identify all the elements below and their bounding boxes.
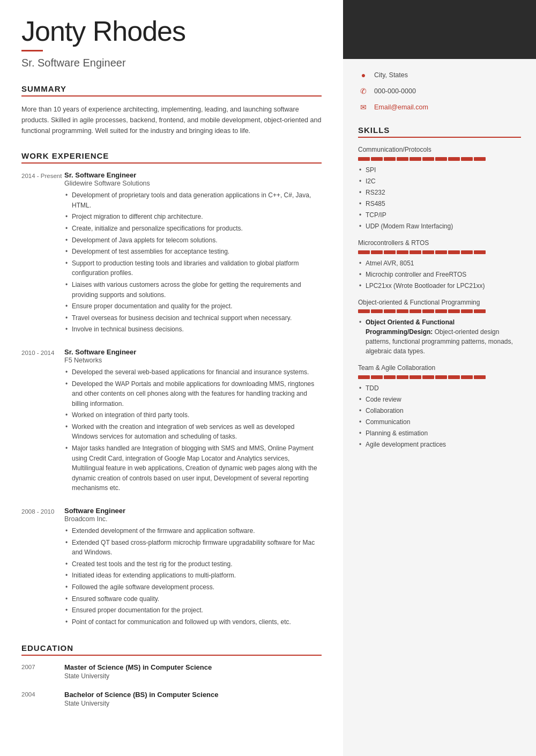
skill-bar-segment (435, 157, 447, 161)
right-content: ● City, States ✆ 000-000-0000 ✉ Email@em… (343, 59, 536, 468)
list-item: Support to production testing tools and … (64, 258, 322, 278)
list-item: Ensured software code quality. (64, 594, 322, 604)
skill-bar-segment (448, 157, 460, 161)
list-item: LPC21xx (Wrote Bootloader for LPC21xx) (358, 281, 521, 291)
skill-bar-segment (384, 250, 396, 254)
list-item: SPI (358, 165, 521, 175)
list-item: Travel overseas for business decision an… (64, 313, 322, 323)
list-item: Development of proprietary tools and dat… (64, 190, 322, 210)
skill-bar-segment (448, 250, 460, 254)
list-item: TCP/IP (358, 210, 521, 220)
list-item: Point of contact for communication and f… (64, 617, 322, 627)
skill-category-label: Team & Agile Collaboration (358, 364, 521, 373)
job-title: Software Engineer (64, 507, 322, 515)
skill-bar-segment (448, 309, 460, 313)
skill-bar-segment (384, 375, 396, 379)
list-item: Worked on integration of third party too… (64, 410, 322, 420)
skill-bar-segment (397, 375, 408, 379)
skill-bar-segment (397, 250, 408, 254)
list-item: I2C (358, 176, 521, 186)
contact-email: ✉ Email@email.com (358, 102, 521, 113)
phone-text: 000-000-0000 (374, 87, 416, 95)
job-company: Glidewire Software Solutions (64, 180, 322, 187)
job-company: Broadcom Inc. (64, 515, 322, 523)
edu-year: 2004 (21, 691, 64, 707)
summary-section-title: SUMMARY (21, 84, 322, 97)
skill-bar-segment (422, 309, 434, 313)
list-item: Liaises with various customers across th… (64, 280, 322, 300)
skill-list: Atmel AVR, 8051Microchip controller and … (358, 258, 521, 291)
skill-list: SPII2CRS232RS485TCP/IPUDP (Modem Raw Int… (358, 165, 521, 231)
skills-container: Communication/ProtocolsSPII2CRS232RS485T… (358, 145, 521, 449)
skill-bar-segment (371, 309, 383, 313)
list-item: Object Oriented & Functional Programming… (358, 317, 521, 356)
list-item: Development of Java applets for telecom … (64, 235, 322, 246)
skill-bar-segment (410, 157, 421, 161)
job-details: Sr. Software EngineerF5 NetworksDevelope… (64, 348, 322, 495)
candidate-title: Sr. Software Engineer (21, 57, 322, 69)
list-item: Development of test assemblies for accep… (64, 247, 322, 257)
skill-list: Object Oriented & Functional Programming… (358, 317, 521, 356)
skill-bar-segment (474, 157, 486, 161)
location-icon: ● (358, 70, 369, 80)
list-item: Planning & estimation (358, 428, 521, 438)
list-item: Extended QT based cross-platform microch… (64, 538, 322, 558)
edu-degree: Bachelor of Science (BS) in Computer Sci… (64, 691, 322, 699)
list-item: Followed the agile software development … (64, 582, 322, 592)
list-item: UDP (Modem Raw Interfacing) (358, 221, 521, 231)
edu-details: Master of Science (MS) in Computer Scien… (64, 663, 322, 680)
skill-bar-segment (410, 375, 421, 379)
edu-entry: 2007Master of Science (MS) in Computer S… (21, 663, 322, 680)
edu-entry: 2004Bachelor of Science (BS) in Computer… (21, 691, 322, 707)
job-entry: 2010 - 2014Sr. Software EngineerF5 Netwo… (21, 348, 322, 495)
contact-phone: ✆ 000-000-0000 (358, 86, 521, 97)
job-dates: 2014 - Present (21, 171, 64, 336)
list-item: Microchip controller and FreeRTOS (358, 270, 521, 279)
edu-school: State University (64, 672, 322, 680)
skill-bar-row (358, 309, 521, 313)
skill-category-label: Communication/Protocols (358, 145, 521, 154)
job-entry: 2008 - 2010Software EngineerBroadcom Inc… (21, 507, 322, 628)
list-item: RS485 (358, 199, 521, 209)
education-container: 2007Master of Science (MS) in Computer S… (21, 663, 322, 707)
skill-bar-segment (397, 157, 408, 161)
email-link[interactable]: Email@email.com (374, 103, 428, 111)
list-item: Agile development practices (358, 440, 521, 449)
location-text: City, States (374, 71, 408, 79)
skill-bar-segment (397, 309, 408, 313)
skill-bar-row (358, 157, 521, 161)
list-item: Major tasks handled are Integration of b… (64, 443, 322, 493)
skill-bar-row (358, 250, 521, 254)
job-title: Sr. Software Engineer (64, 171, 322, 179)
work-experience-section-title: WORK EXPERIENCE (21, 151, 322, 164)
job-dates: 2008 - 2010 (21, 507, 64, 628)
email-icon: ✉ (358, 102, 369, 113)
job-details: Software EngineerBroadcom Inc.Extended d… (64, 507, 322, 628)
skill-category-label: Microcontrollers & RTOS (358, 239, 521, 248)
list-item: Ensured proper documentation for the pro… (64, 605, 322, 616)
job-details: Sr. Software EngineerGlidewire Software … (64, 171, 322, 336)
skill-bar-segment (474, 375, 486, 379)
skill-bar-segment (461, 375, 473, 379)
phone-icon: ✆ (358, 86, 369, 97)
contact-location: ● City, States (358, 70, 521, 80)
jobs-container: 2014 - PresentSr. Software EngineerGlide… (21, 171, 322, 628)
list-item: Involve in technical business decisions. (64, 324, 322, 335)
skill-bar-segment (371, 157, 383, 161)
list-item: Developed the several web-based applicat… (64, 367, 322, 377)
skill-bar-segment (358, 375, 370, 379)
edu-degree: Master of Science (MS) in Computer Scien… (64, 663, 322, 671)
skill-bar-segment (435, 250, 447, 254)
list-item: Collaboration (358, 406, 521, 416)
skill-bar-segment (474, 309, 486, 313)
skill-bar-segment (461, 309, 473, 313)
skill-bar-segment (384, 157, 396, 161)
edu-year: 2007 (21, 663, 64, 680)
skill-bar-segment (371, 250, 383, 254)
accent-bar (21, 50, 43, 51)
list-item: TDD (358, 383, 521, 393)
edu-school: State University (64, 700, 322, 707)
list-item: Initiated ideas for extending applicatio… (64, 570, 322, 581)
job-bullets-list: Developed the several web-based applicat… (64, 367, 322, 493)
skill-bar-segment (410, 309, 421, 313)
